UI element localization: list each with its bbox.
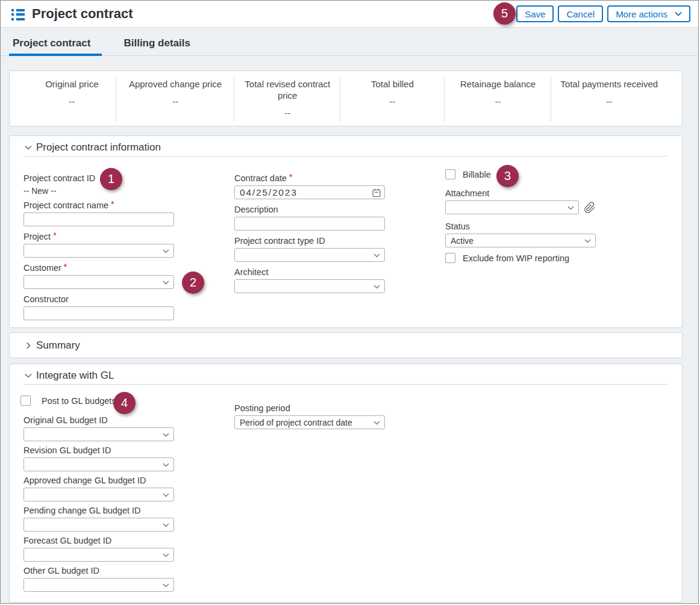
cancel-button[interactable]: Cancel bbox=[558, 5, 603, 22]
constructor-label: Constructor bbox=[23, 294, 174, 305]
status-select[interactable]: Active bbox=[445, 234, 596, 247]
original-gl-budget-id-label: Original GL budget ID bbox=[23, 415, 174, 426]
total-approved-change-price: Approved change price -- bbox=[116, 71, 235, 126]
project-contract-page: 1 2 3 4 5 Project contract Save Cancel M… bbox=[0, 0, 699, 604]
chevron-down-icon bbox=[163, 281, 169, 285]
chevron-down-icon bbox=[163, 249, 169, 253]
exclude-wip-checkbox[interactable] bbox=[445, 253, 455, 263]
callout-badge-3: 3 bbox=[496, 165, 519, 187]
contract-date-input[interactable]: 04/25/2023 bbox=[234, 185, 385, 199]
total-value: -- bbox=[557, 96, 661, 107]
chevron-right-icon bbox=[23, 342, 33, 349]
forecast-gl-budget-id-label: Forecast GL budget ID bbox=[23, 536, 174, 546]
total-label: Approved change price bbox=[122, 78, 229, 90]
field-project: Project* bbox=[23, 232, 174, 258]
paperclip-icon[interactable] bbox=[584, 202, 596, 214]
chevron-down-icon bbox=[567, 206, 574, 210]
billable-checkbox[interactable] bbox=[445, 169, 455, 179]
project-contract-type-id-label: Project contract type ID bbox=[234, 236, 385, 246]
chevron-down-icon bbox=[163, 493, 169, 497]
total-original-price: Original price -- bbox=[10, 71, 116, 126]
app-header: Project contract Save Cancel More action… bbox=[1, 1, 698, 28]
field-revision-gl-budget-id: Revision GL budget ID bbox=[23, 445, 174, 471]
project-contract-type-id-select[interactable] bbox=[234, 248, 385, 262]
required-marker: * bbox=[289, 172, 292, 182]
tab-bar: Project contract Billing details bbox=[1, 28, 698, 56]
required-marker: * bbox=[64, 262, 67, 271]
pending-change-gl-budget-id-label: Pending change GL budget ID bbox=[23, 506, 174, 516]
attachment-select[interactable] bbox=[445, 200, 579, 214]
description-input[interactable] bbox=[234, 217, 385, 231]
project-select[interactable] bbox=[23, 244, 174, 258]
approved-change-gl-budget-id-label: Approved change GL budget ID bbox=[23, 476, 174, 486]
forecast-gl-budget-id-select[interactable] bbox=[23, 548, 174, 562]
billable-label: Billable bbox=[463, 170, 491, 179]
total-label: Total revised contract price bbox=[240, 78, 334, 101]
contract-date-value: 04/25/2023 bbox=[240, 187, 298, 198]
constructor-input[interactable] bbox=[23, 306, 174, 320]
pending-change-gl-budget-id-select[interactable] bbox=[23, 518, 174, 532]
list-menu-icon[interactable] bbox=[11, 9, 25, 20]
section-title: Integrate with GL bbox=[36, 369, 114, 382]
field-status: Status Active bbox=[445, 222, 596, 247]
total-label: Retainage balance bbox=[451, 78, 546, 90]
total-value: -- bbox=[451, 96, 546, 107]
section-header-gl[interactable]: Integrate with GL bbox=[23, 364, 668, 385]
chevron-down-icon bbox=[163, 463, 169, 467]
field-project-contract-type-id: Project contract type ID bbox=[234, 236, 385, 262]
field-exclude-wip: Exclude from WIP reporting bbox=[445, 253, 596, 263]
other-gl-budget-id-label: Other GL budget ID bbox=[23, 566, 174, 576]
contract-totals-bar: Original price -- Approved change price … bbox=[9, 70, 683, 126]
tab-billing-details[interactable]: Billing details bbox=[120, 37, 202, 55]
calendar-icon[interactable] bbox=[372, 188, 381, 199]
posting-period-select[interactable]: Period of project contract date bbox=[234, 415, 385, 429]
chevron-down-icon bbox=[163, 433, 169, 437]
customer-select[interactable] bbox=[23, 275, 174, 289]
required-marker: * bbox=[111, 199, 114, 209]
field-project-contract-id: Project contract ID -- New -- bbox=[23, 173, 174, 196]
revision-gl-budget-id-label: Revision GL budget ID bbox=[23, 445, 174, 456]
page-title: Project contract bbox=[32, 6, 133, 22]
field-description: Description bbox=[234, 205, 385, 231]
attachment-label: Attachment bbox=[445, 188, 596, 199]
section-title: Summary bbox=[36, 339, 80, 352]
chevron-down-icon bbox=[23, 373, 33, 378]
field-other-gl-budget-id: Other GL budget ID bbox=[23, 566, 174, 592]
total-value: -- bbox=[122, 96, 229, 107]
project-label: Project* bbox=[23, 232, 174, 242]
callout-badge-4: 4 bbox=[113, 392, 136, 414]
chevron-down-icon bbox=[163, 523, 169, 527]
status-label: Status bbox=[445, 222, 596, 232]
chevron-down-icon bbox=[163, 583, 169, 588]
exclude-wip-label: Exclude from WIP reporting bbox=[463, 253, 569, 263]
posting-period-label: Posting period bbox=[234, 403, 385, 414]
total-label: Total payments received bbox=[557, 78, 661, 90]
chevron-down-icon bbox=[163, 553, 169, 557]
total-retainage-balance: Retainage balance -- bbox=[445, 71, 552, 126]
post-to-gl-budgets-checkbox[interactable] bbox=[20, 396, 31, 406]
chevron-down-icon bbox=[373, 421, 380, 425]
other-gl-budget-id-select[interactable] bbox=[23, 578, 174, 592]
callout-badge-2: 2 bbox=[182, 271, 204, 294]
section-integrate-with-gl: Integrate with GL Post to GL budgets Ori… bbox=[9, 364, 683, 603]
project-contract-name-label: Project contract name* bbox=[23, 200, 174, 211]
project-contract-name-input[interactable] bbox=[23, 213, 174, 226]
field-posting-period: Posting period Period of project contrac… bbox=[234, 403, 385, 429]
section-header-pci[interactable]: Project contract information bbox=[23, 136, 668, 157]
save-button[interactable]: Save bbox=[516, 5, 554, 22]
chevron-down-icon bbox=[373, 253, 380, 258]
original-gl-budget-id-select[interactable] bbox=[23, 427, 174, 441]
section-header-summary[interactable]: Summary bbox=[23, 333, 668, 358]
more-actions-button[interactable]: More actions bbox=[607, 5, 690, 22]
revision-gl-budget-id-select[interactable] bbox=[23, 458, 174, 471]
callout-badge-5: 5 bbox=[493, 2, 516, 25]
field-billable: Billable bbox=[445, 169, 596, 179]
total-value: -- bbox=[346, 96, 439, 107]
chevron-down-icon bbox=[675, 11, 682, 16]
field-constructor: Constructor bbox=[23, 294, 174, 320]
approved-change-gl-budget-id-select[interactable] bbox=[23, 488, 174, 501]
field-approved-change-gl-budget-id: Approved change GL budget ID bbox=[23, 476, 174, 501]
tab-project-contract[interactable]: Project contract bbox=[9, 37, 102, 55]
total-label: Original price bbox=[34, 78, 110, 90]
architect-select[interactable] bbox=[234, 279, 385, 293]
